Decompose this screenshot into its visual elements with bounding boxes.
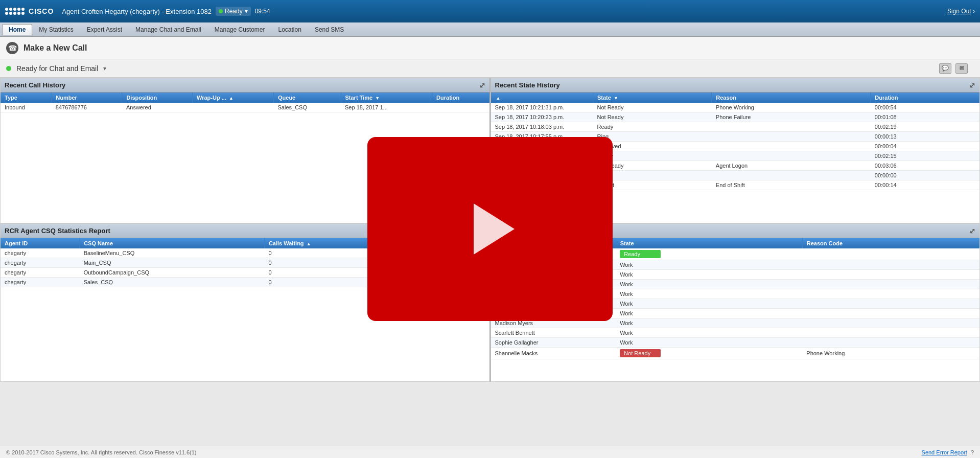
table-row: Scarlett Bennett Work bbox=[491, 328, 979, 338]
cell-reason: Phone Working bbox=[712, 103, 871, 112]
nav-item-expert-assist[interactable]: Expert Assist bbox=[80, 24, 129, 35]
cisco-logo bbox=[5, 8, 25, 15]
table-row: Inbound 8476786776 Answered Sales_CSQ Se… bbox=[1, 103, 489, 112]
cell-date: Sep 18, 2017 10:21:31 p.m. bbox=[491, 103, 593, 112]
ready-chat-bar: Ready for Chat and Email ▾ 💬 ✉ bbox=[0, 59, 980, 78]
col-date[interactable]: ▲ bbox=[491, 93, 593, 103]
header-left: CISCO Agent Croften Hegarty (chegarty) -… bbox=[5, 7, 270, 16]
cisco-wordmark: CISCO bbox=[29, 7, 54, 15]
team-report-expand[interactable]: ⤢ bbox=[969, 227, 975, 235]
make-call-label: Make a New Call bbox=[24, 43, 87, 53]
col-sh-duration[interactable]: Duration bbox=[871, 93, 979, 103]
call-history-table: Type Number Disposition Wrap-Up ... ▲ Qu… bbox=[1, 93, 489, 112]
cell-queue: Sales_CSQ bbox=[274, 103, 341, 112]
ready-chat-dropdown[interactable]: ▾ bbox=[103, 65, 106, 72]
nav-item-manage-chat[interactable]: Manage Chat and Email bbox=[129, 24, 208, 35]
col-start-time[interactable]: Start Time ▼ bbox=[341, 93, 432, 103]
footer-right: Send Error Report ? bbox=[922, 449, 974, 455]
header: CISCO Agent Croften Hegarty (chegarty) -… bbox=[0, 0, 980, 22]
sign-out-button[interactable]: Sign Out bbox=[947, 8, 971, 15]
cell-wrapup bbox=[193, 103, 274, 112]
col-disposition[interactable]: Disposition bbox=[122, 93, 193, 103]
cell-number: 8476786776 bbox=[52, 103, 122, 112]
col-wrapup[interactable]: Wrap-Up ... ▲ bbox=[193, 93, 274, 103]
chat-button[interactable]: 💬 bbox=[939, 63, 951, 74]
nav-item-my-statistics[interactable]: My Statistics bbox=[32, 24, 80, 35]
table-row: Sophie Gallagher Work bbox=[491, 338, 979, 348]
nav-item-send-sms[interactable]: Send SMS bbox=[308, 24, 351, 35]
footer: © 2010-2017 Cisco Systems, Inc. All righ… bbox=[0, 446, 980, 458]
youtube-overlay[interactable] bbox=[367, 137, 613, 321]
call-history-expand[interactable]: ⤢ bbox=[479, 81, 485, 89]
col-number[interactable]: Number bbox=[52, 93, 122, 103]
phone-icon: ☎ bbox=[6, 42, 18, 54]
col-type[interactable]: Type bbox=[1, 93, 52, 103]
table-row: Shannelle Macks Not Ready Phone Working bbox=[491, 348, 979, 359]
make-call-bar: ☎ Make a New Call bbox=[0, 37, 980, 59]
col-agent-id[interactable]: Agent ID bbox=[1, 238, 80, 248]
cell-start-time: Sep 18, 2017 1... bbox=[341, 103, 432, 112]
csq-report-title: RCR Agent CSQ Statistics Report bbox=[5, 227, 110, 235]
table-row: Sep 18, 2017 10:18:03 p.m. Ready 00:02:1… bbox=[491, 122, 979, 132]
header-time: 09:54 bbox=[255, 8, 270, 15]
cell-type: Inbound bbox=[1, 103, 52, 112]
email-button[interactable]: ✉ bbox=[955, 63, 968, 74]
col-queue[interactable]: Queue bbox=[274, 93, 341, 103]
state-history-title: Recent State History bbox=[495, 81, 560, 89]
ready-status-badge[interactable]: Ready ▾ bbox=[216, 7, 251, 16]
play-button-icon bbox=[474, 203, 515, 255]
col-csq-name[interactable]: CSQ Name bbox=[80, 238, 265, 248]
col-reason[interactable]: Reason bbox=[712, 93, 871, 103]
table-row: Sep 18, 2017 10:21:31 p.m. Not Ready Pho… bbox=[491, 103, 979, 112]
state-history-expand[interactable]: ⤢ bbox=[969, 81, 975, 89]
col-team-state[interactable]: State bbox=[616, 238, 802, 248]
col-duration[interactable]: Duration bbox=[432, 93, 489, 103]
send-error-button[interactable]: Send Error Report bbox=[922, 449, 967, 455]
ready-chat-label: Ready for Chat and Email bbox=[16, 64, 98, 73]
agent-title: Agent Croften Hegarty (chegarty) - Exten… bbox=[62, 8, 212, 15]
ready-status-label: Ready bbox=[225, 8, 243, 15]
nav-item-location[interactable]: Location bbox=[272, 24, 308, 35]
state-badge-not-ready: Not Ready bbox=[620, 349, 661, 357]
cell-state: Not Ready bbox=[593, 103, 712, 112]
call-history-header: Recent Call History ⤢ bbox=[1, 78, 489, 93]
ready-chat-dot bbox=[6, 66, 11, 71]
ready-status-dot bbox=[219, 9, 223, 13]
cell-sh-duration: 00:00:54 bbox=[871, 103, 979, 112]
col-state[interactable]: State ▼ bbox=[593, 93, 712, 103]
cell-duration bbox=[432, 103, 489, 112]
ready-dropdown-arrow[interactable]: ▾ bbox=[245, 8, 248, 15]
copyright-text: © 2010-2017 Cisco Systems, Inc. All righ… bbox=[6, 449, 196, 455]
state-history-header: Recent State History ⤢ bbox=[491, 78, 980, 93]
cell-disposition: Answered bbox=[122, 103, 193, 112]
call-history-title: Recent Call History bbox=[5, 81, 65, 89]
chat-icons: 💬 ✉ bbox=[939, 63, 974, 74]
nav-bar: Home My Statistics Expert Assist Manage … bbox=[0, 22, 980, 37]
header-right: Sign Out › bbox=[947, 8, 975, 15]
error-question-icon[interactable]: ? bbox=[971, 449, 974, 455]
nav-item-home[interactable]: Home bbox=[2, 24, 32, 35]
col-reason-code[interactable]: Reason Code bbox=[802, 238, 979, 248]
nav-item-manage-customer[interactable]: Manage Customer bbox=[208, 24, 272, 35]
state-badge-ready: Ready bbox=[620, 250, 661, 258]
ready-chat-left: Ready for Chat and Email ▾ bbox=[6, 64, 106, 73]
table-row: Sep 18, 2017 10:20:23 p.m. Not Ready Pho… bbox=[491, 112, 979, 122]
